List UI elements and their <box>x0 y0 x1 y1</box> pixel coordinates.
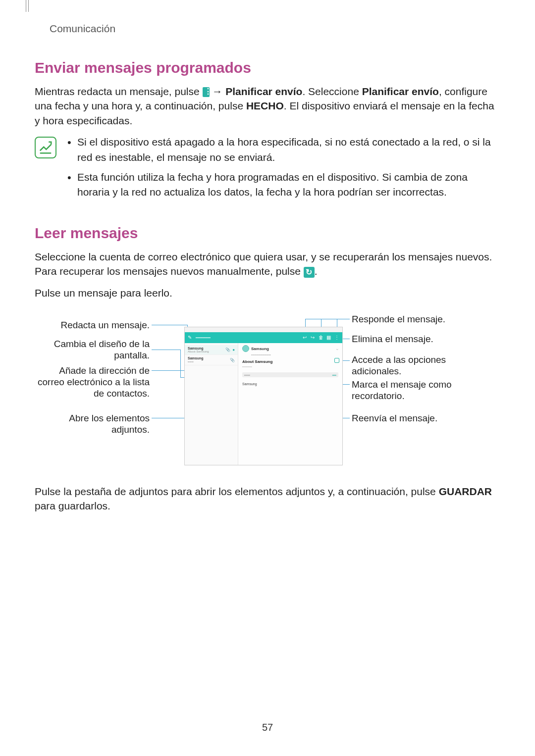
note-item: Si el dispositivo está apagado a la hora… <box>65 135 500 165</box>
email-header: ✎ ━━━━━━ ↩ ↪ 🗑 ▦ ⋮ <box>185 332 342 343</box>
note-list: Si el dispositivo está apagado a la hora… <box>65 135 500 205</box>
attachment-name: ━━━ <box>244 373 250 377</box>
preview-text: About Samsung <box>188 350 223 353</box>
sender-name: Samsung <box>251 347 269 351</box>
list-item: Samsung ━━━ 📎 <box>185 355 238 365</box>
email-body: Samsung About Samsung 📎 ● Samsung ━━━ <box>185 343 342 465</box>
message-list: Samsung About Samsung 📎 ● Samsung ━━━ <box>185 343 238 465</box>
preview-text: ━━━ <box>188 360 228 363</box>
section-header: Comunicación <box>50 23 500 35</box>
compose-icon: ✎ <box>188 335 193 340</box>
status-bar <box>185 327 342 332</box>
paragraph-read-2: Pulse un mensaje para leerlo. <box>35 286 500 300</box>
attachment-icon: 📎 <box>230 358 235 362</box>
section-scheduled-send: Enviar mensajes programados Mientras red… <box>35 59 500 205</box>
page-number: 57 <box>0 722 535 733</box>
paragraph-read-1: Seleccione la cuenta de correo electróni… <box>35 250 500 279</box>
email-app-mock: ✎ ━━━━━━ ↩ ↪ 🗑 ▦ ⋮ Samsung About Samsung <box>184 327 343 465</box>
section-read-messages: Leer mensajes Seleccione la cuenta de co… <box>35 225 500 513</box>
flag-icon <box>334 358 339 363</box>
forward-icon: ↪ <box>311 335 316 340</box>
unread-dot: ● <box>232 348 235 352</box>
text-fragment: . Seleccione <box>302 86 362 97</box>
callout-attachments: Abre los elementos adjuntos. <box>36 413 150 436</box>
callout-layout: Cambia el diseño de la pantalla. <box>36 339 150 361</box>
callout-line <box>152 325 187 325</box>
callout-delete: Elimina el mensaje. <box>352 334 476 345</box>
list-item: Samsung About Samsung 📎 ● <box>185 345 238 355</box>
sender-name: Samsung <box>188 356 228 360</box>
page-tab-mark <box>26 0 29 12</box>
callout-line <box>152 350 180 350</box>
callout-reply: Responde el mensaje. <box>352 314 476 325</box>
avatar <box>242 345 249 352</box>
save-label: ━━ <box>332 373 336 377</box>
callout-compose: Redacta un mensaje. <box>36 320 150 331</box>
menu-icon: ⋮ <box>334 335 339 340</box>
note-icon <box>35 137 56 158</box>
account-label: ━━━━━━ <box>196 336 300 340</box>
message-body: Samsung <box>242 382 338 386</box>
layout-icon: ▦ <box>326 335 331 340</box>
sender-name: Samsung <box>188 347 223 350</box>
bold-text: Planificar envío <box>225 86 302 97</box>
message-pane: ⌄ Samsung ━━━━━━━━━━ About Samsung ━━━━━… <box>238 343 342 465</box>
callout-line <box>180 350 181 377</box>
callout-line <box>305 319 350 319</box>
more-options-icon <box>203 87 210 97</box>
reply-icon: ↩ <box>303 335 308 340</box>
text-fragment: Pulse la pestaña de adjuntos para abrir … <box>35 486 439 497</box>
timestamp: ━━━━━ <box>242 365 338 368</box>
refresh-icon <box>304 267 315 278</box>
text-fragment: Mientras redacta un mensaje, pulse <box>35 86 203 97</box>
bold-text: GUARDAR <box>439 486 492 497</box>
heading-read: Leer mensajes <box>35 225 500 242</box>
text-fragment: para guardarlos. <box>35 500 110 511</box>
bold-text: Planificar envío <box>362 86 439 97</box>
attachment-icon: 📎 <box>225 348 230 352</box>
note-block: Si el dispositivo está apagado a la hora… <box>35 135 500 205</box>
callout-options: Accede a las opciones adicionales. <box>352 354 476 377</box>
text-fragment: Seleccione la cuenta de correo electróni… <box>35 251 492 277</box>
callout-flag: Marca el mensaje como recordatorio. <box>352 379 476 402</box>
email-diagram: Redacta un mensaje. Cambia el diseño de … <box>35 307 500 470</box>
heading-scheduled: Enviar mensajes programados <box>35 59 500 76</box>
callout-addcontact: Añade la dirección de correo electrónico… <box>36 365 150 399</box>
paragraph-attachments: Pulse la pestaña de adjuntos para abrir … <box>35 484 500 513</box>
sender-email: ━━━━━━━━━━ <box>251 353 338 356</box>
bold-text: HECHO <box>246 100 284 111</box>
text-fragment: . <box>315 265 318 277</box>
note-item: Esta función utiliza la fecha y hora pro… <box>65 170 500 200</box>
attachment-bar: ━━━ ━━ <box>242 372 338 377</box>
subject: About Samsung <box>242 359 338 364</box>
delete-icon: 🗑 <box>319 335 323 340</box>
callout-forward: Reenvía el mensaje. <box>352 413 476 424</box>
manual-page: Comunicación Enviar mensajes programados… <box>0 0 535 756</box>
chevron-down-icon: ⌄ <box>335 346 339 351</box>
sender-line: Samsung <box>242 345 338 352</box>
paragraph-scheduled: Mientras redacta un mensaje, pulse → Pla… <box>35 84 500 128</box>
